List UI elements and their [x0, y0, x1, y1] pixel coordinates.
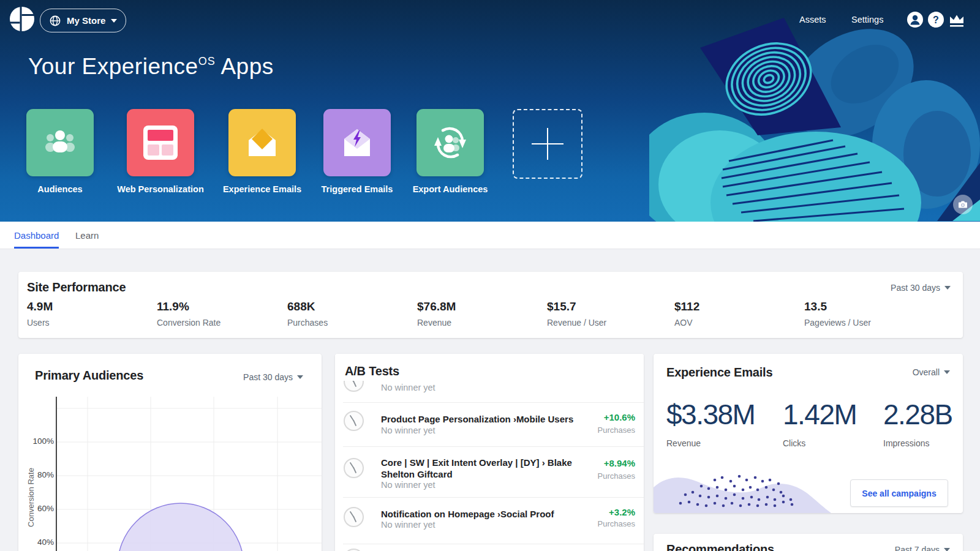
metric-pageviews-per-user: 13.5Pageviews / User — [804, 300, 871, 328]
account-icon[interactable] — [907, 12, 923, 28]
experience-os-logo[interactable] — [10, 7, 34, 31]
tab-learn[interactable]: Learn — [75, 222, 99, 247]
recommendations-range-dropdown[interactable]: Past 7 days — [895, 545, 950, 551]
ab-test-name: Core | SW | Exit Intent Overlay | [DY] ›… — [381, 457, 595, 480]
experience-emails-title: Experience Emails — [666, 365, 772, 380]
app-tile-label: Export Audiences — [395, 184, 505, 194]
metric-purchases: 688KPurchases — [287, 300, 328, 328]
globe-icon — [49, 15, 61, 27]
stat-revenue: $3.38MRevenue — [666, 398, 755, 448]
ab-test-name: Notification on Homepage ›Social Proof — [381, 508, 595, 520]
app-tile-web-personalization[interactable] — [127, 109, 194, 176]
app-tile-label: Web Personalization — [105, 184, 216, 194]
ab-test-status: No winner yet — [381, 383, 435, 392]
y-axis-label: Conversion Rate — [26, 455, 36, 541]
range-label: Past 30 days — [891, 283, 940, 293]
range-label: Overall — [913, 367, 940, 377]
store-selector[interactable]: My Store — [40, 9, 126, 32]
chevron-down-icon — [297, 375, 303, 379]
range-label: Past 30 days — [243, 372, 293, 382]
crown-icon[interactable] — [949, 13, 965, 29]
svg-text:?: ? — [933, 15, 939, 25]
metric-revenue-per-user: $15.7Revenue / User — [547, 300, 606, 328]
nav-link-settings[interactable]: Settings — [851, 15, 883, 24]
metric-revenue: $76.8MRevenue — [417, 300, 456, 328]
primary-audiences-title: Primary Audiences — [35, 369, 143, 383]
site-performance-title: Site Performance — [27, 280, 126, 294]
chevron-down-icon — [944, 370, 950, 374]
ab-test-name: Product Page Personalization ›Mobile Use… — [381, 413, 595, 425]
recommendations-title: Recommendations — [666, 542, 774, 551]
ab-test-uplift: +10.6% — [604, 412, 635, 422]
clock-icon — [343, 548, 364, 551]
audiences-bubble-chart — [18, 393, 322, 551]
primary-audiences-card: Primary Audiences Past 30 days 100% 80% … — [18, 354, 322, 551]
site-performance-range-dropdown[interactable]: Past 30 days — [891, 283, 951, 293]
app-tile-audiences[interactable] — [26, 109, 94, 176]
plus-icon — [530, 127, 565, 161]
ytick-100: 100% — [27, 437, 54, 446]
site-performance-card: Site Performance Past 30 days 4.9MUsers … — [18, 272, 963, 338]
app-tile-experience-emails[interactable] — [228, 109, 296, 176]
chevron-down-icon — [944, 286, 951, 290]
ab-test-status: No winner yet — [381, 425, 435, 435]
metric-conversion-rate: 11.9%Conversion Rate — [157, 300, 221, 328]
store-selector-label: My Store — [67, 15, 105, 26]
range-label: Past 7 days — [895, 545, 940, 551]
app-tile-label: Audiences — [5, 184, 115, 194]
ab-test-uplift: +3.2% — [609, 507, 635, 517]
app-tile-triggered-emails[interactable] — [323, 109, 391, 176]
people-group-icon — [40, 123, 80, 162]
dashboard-tabbar: Dashboard Learn — [0, 222, 980, 249]
chevron-down-icon — [111, 19, 117, 23]
nav-link-assets[interactable]: Assets — [799, 15, 826, 24]
envelope-diamond-icon — [243, 123, 282, 162]
ab-test-metric: Purchases — [598, 471, 635, 481]
primary-audiences-range-dropdown[interactable]: Past 30 days — [243, 372, 303, 382]
experience-emails-range-dropdown[interactable]: Overall — [913, 367, 950, 377]
app-tile-export-audiences[interactable] — [417, 109, 484, 176]
page-layout-icon — [143, 126, 178, 160]
change-cover-button[interactable] — [953, 195, 973, 214]
recommendations-card: Recommendations Past 7 days — [654, 534, 963, 551]
ab-tests-card: No winner yet A/B Tests Product Page Per… — [335, 354, 644, 551]
envelope-bolt-icon — [337, 123, 377, 162]
add-app-tile[interactable] — [513, 109, 582, 179]
ab-test-status: No winner yet — [381, 520, 435, 530]
stat-clicks: 1.42MClicks — [783, 398, 856, 448]
stat-impressions: 2.28BImpressions — [883, 398, 952, 448]
clock-icon — [343, 506, 364, 528]
ab-test-metric: Purchases — [598, 519, 635, 528]
camera-icon — [958, 200, 968, 209]
hero-abstract-illustration — [649, 0, 980, 222]
ab-tests-header: A/B Tests — [335, 354, 644, 381]
metric-users: 4.9MUsers — [27, 300, 53, 328]
clock-icon — [343, 457, 364, 479]
chevron-down-icon — [944, 548, 950, 551]
app-tile-label: Experience Emails — [207, 184, 317, 194]
ab-tests-title: A/B Tests — [345, 364, 399, 378]
ab-test-metric: Purchases — [598, 425, 635, 435]
help-icon[interactable]: ? — [928, 12, 944, 28]
ab-test-status: No winner yet — [381, 480, 435, 490]
experience-emails-card: Experience Emails Overall $3.38MRevenue … — [654, 354, 963, 513]
see-all-campaigns-button[interactable]: See all campaigns — [850, 479, 948, 507]
metric-aov: $112AOV — [674, 300, 699, 328]
audience-bubble[interactable] — [118, 503, 244, 551]
tab-dashboard[interactable]: Dashboard — [14, 222, 59, 249]
clock-icon — [343, 410, 364, 432]
sync-people-icon — [431, 123, 470, 162]
dots-hill-decoration — [654, 470, 831, 513]
page-title: Your ExperienceOS Apps — [28, 54, 274, 80]
hero-banner: My Store Assets Settings ? Your Experien… — [0, 0, 980, 222]
ab-test-uplift: +8.94% — [604, 458, 635, 468]
